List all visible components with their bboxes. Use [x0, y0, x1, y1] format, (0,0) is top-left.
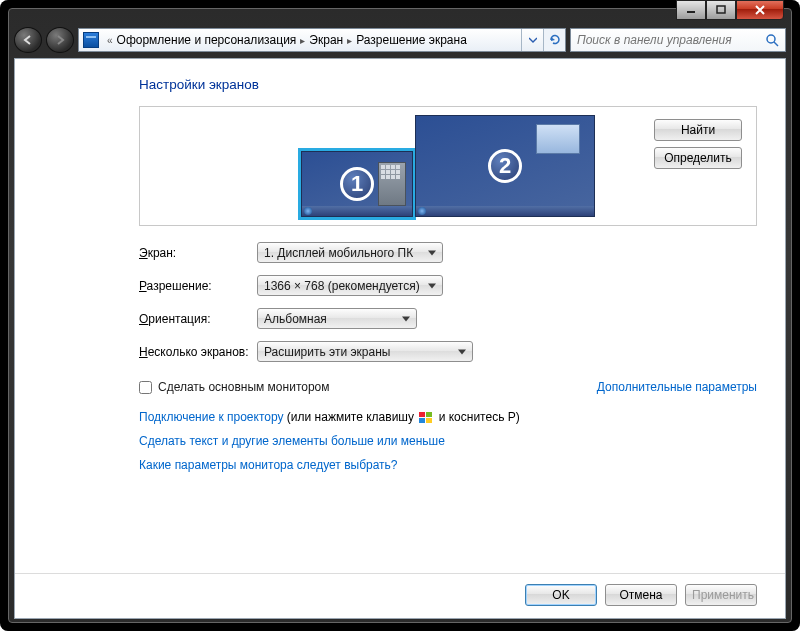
breadcrumb-chevron-icon: «: [107, 35, 113, 46]
separator: [15, 573, 785, 574]
screen-label: Экран:: [139, 246, 257, 260]
detect-button[interactable]: Определить: [654, 147, 742, 169]
close-button[interactable]: [736, 0, 784, 20]
svg-rect-0: [687, 11, 695, 13]
ok-button[interactable]: OK: [525, 584, 597, 606]
screen-select[interactable]: 1. Дисплей мобильного ПК: [257, 242, 443, 263]
which-settings-link[interactable]: Какие параметры монитора следует выбрать…: [139, 458, 757, 472]
monitor-1[interactable]: 1: [301, 151, 413, 217]
screen-select-value: 1. Дисплей мобильного ПК: [264, 246, 413, 260]
navigation-bar: « Оформление и персонализация ▸ Экран ▸ …: [14, 26, 786, 54]
window-chrome: « Оформление и персонализация ▸ Экран ▸ …: [0, 0, 800, 631]
monitor-2-window-icon: [536, 124, 580, 154]
nav-back-button[interactable]: [14, 27, 42, 53]
monitor-1-window-icon: [378, 162, 406, 206]
close-icon: [754, 4, 766, 16]
monitor-1-number: 1: [340, 167, 374, 201]
monitor-2-taskbar: [416, 206, 594, 216]
find-button[interactable]: Найти: [654, 119, 742, 141]
content-pane: Настройки экранов 1 2: [14, 58, 786, 619]
make-primary-checkbox[interactable]: [139, 381, 152, 394]
chevron-down-icon: [529, 36, 537, 44]
projector-link[interactable]: Подключение к проектору: [139, 410, 284, 424]
minimize-button[interactable]: [676, 0, 706, 20]
breadcrumb-chevron-icon: ▸: [300, 35, 305, 46]
search-box[interactable]: [570, 28, 786, 52]
text-size-link[interactable]: Сделать текст и другие элементы больше и…: [139, 434, 757, 448]
monitor-2-number: 2: [488, 149, 522, 183]
nav-forward-button[interactable]: [46, 27, 74, 53]
breadcrumb-item-category[interactable]: Оформление и персонализация: [117, 33, 297, 47]
svg-point-2: [767, 35, 775, 43]
control-panel-icon: [83, 32, 99, 48]
orientation-label: Ориентация:: [139, 312, 257, 326]
breadcrumb-chevron-icon: ▸: [347, 35, 352, 46]
refresh-button[interactable]: [543, 29, 565, 51]
search-icon: [765, 33, 779, 50]
search-input[interactable]: [575, 32, 781, 48]
display-preview: 1 2 Найти Определить: [139, 106, 757, 226]
maximize-icon: [716, 5, 726, 15]
resolution-label: Разрешение:: [139, 279, 257, 293]
resolution-select-value: 1366 × 768 (рекомендуется): [264, 279, 420, 293]
breadcrumb-history-button[interactable]: [521, 29, 543, 51]
windows-key-icon: [419, 412, 433, 424]
content-inner: Настройки экранов 1 2: [139, 77, 757, 618]
multiple-displays-select[interactable]: Расширить эти экраны: [257, 341, 473, 362]
orientation-select[interactable]: Альбомная: [257, 308, 417, 329]
breadcrumb-item-screen[interactable]: Экран: [309, 33, 343, 47]
refresh-icon: [548, 33, 562, 47]
breadcrumb-item-resolution[interactable]: Разрешение экрана: [356, 33, 467, 47]
svg-line-3: [774, 42, 778, 46]
svg-rect-1: [717, 6, 725, 13]
window-titlebar-buttons: [676, 0, 784, 20]
minimize-icon: [686, 5, 696, 15]
maximize-button[interactable]: [706, 0, 736, 20]
projector-hint-pre: (или нажмите клавишу: [287, 410, 418, 424]
projector-hint-post: и коснитесь P): [435, 410, 519, 424]
monitor-2[interactable]: 2: [415, 115, 595, 217]
orientation-select-value: Альбомная: [264, 312, 327, 326]
resolution-select[interactable]: 1366 × 768 (рекомендуется): [257, 275, 443, 296]
cancel-button[interactable]: Отмена: [605, 584, 677, 606]
make-primary-label: Сделать основным монитором: [158, 380, 330, 394]
advanced-settings-link[interactable]: Дополнительные параметры: [597, 380, 757, 394]
dialog-buttons: OK Отмена Применить: [525, 584, 757, 606]
multiple-displays-label: Несколько экранов:: [139, 345, 257, 359]
multiple-displays-select-value: Расширить эти экраны: [264, 345, 390, 359]
breadcrumb-bar[interactable]: « Оформление и персонализация ▸ Экран ▸ …: [78, 28, 566, 52]
monitor-1-taskbar: [302, 206, 412, 216]
settings-form: Экран: 1. Дисплей мобильного ПК Разрешен…: [139, 242, 757, 362]
apply-button[interactable]: Применить: [685, 584, 757, 606]
arrow-left-icon: [22, 34, 34, 46]
page-title: Настройки экранов: [139, 77, 757, 92]
arrow-right-icon: [54, 34, 66, 46]
